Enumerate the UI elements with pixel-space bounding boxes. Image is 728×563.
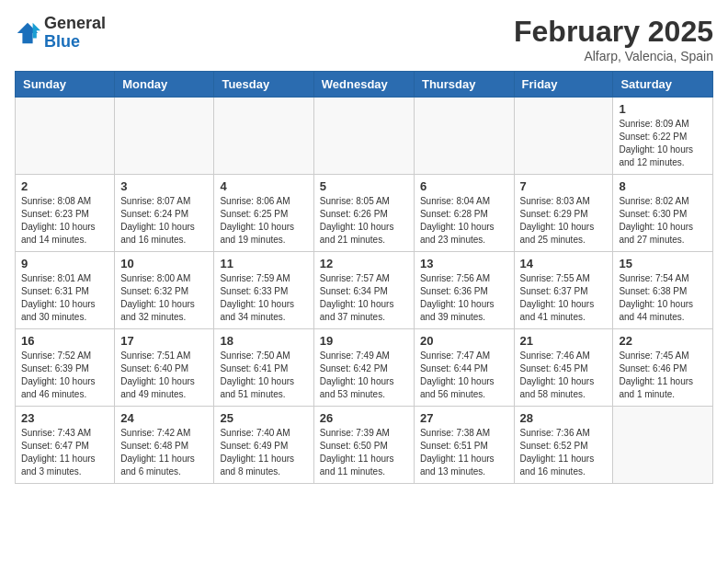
- day-info: Sunrise: 8:01 AM Sunset: 6:31 PM Dayligh…: [21, 272, 108, 324]
- day-info: Sunrise: 8:09 AM Sunset: 6:22 PM Dayligh…: [619, 118, 707, 169]
- day-info: Sunrise: 8:00 AM Sunset: 6:32 PM Dayligh…: [120, 272, 208, 324]
- day-info: Sunrise: 7:43 AM Sunset: 6:47 PM Dayligh…: [21, 427, 108, 478]
- calendar-week-row: 2Sunrise: 8:08 AM Sunset: 6:23 PM Daylig…: [16, 175, 713, 252]
- calendar-week-row: 9Sunrise: 8:01 AM Sunset: 6:31 PM Daylig…: [16, 252, 713, 329]
- weekday-header: Tuesday: [214, 72, 313, 98]
- day-number: 14: [520, 257, 608, 270]
- weekday-header: Friday: [514, 72, 613, 98]
- day-info: Sunrise: 7:40 AM Sunset: 6:49 PM Dayligh…: [220, 427, 307, 478]
- day-number: 18: [220, 334, 307, 348]
- calendar-cell: [613, 407, 713, 484]
- day-info: Sunrise: 7:42 AM Sunset: 6:48 PM Dayligh…: [120, 427, 208, 478]
- calendar-cell: 25Sunrise: 7:40 AM Sunset: 6:49 PM Dayli…: [214, 407, 313, 484]
- weekday-header: Sunday: [16, 72, 115, 98]
- day-number: 6: [420, 179, 508, 193]
- calendar-cell: 18Sunrise: 7:50 AM Sunset: 6:41 PM Dayli…: [214, 329, 313, 407]
- day-number: 22: [619, 334, 707, 348]
- calendar-cell: [414, 98, 514, 175]
- calendar-week-row: 16Sunrise: 7:52 AM Sunset: 6:39 PM Dayli…: [16, 329, 713, 407]
- day-number: 20: [420, 334, 508, 348]
- day-info: Sunrise: 7:47 AM Sunset: 6:44 PM Dayligh…: [420, 350, 508, 401]
- day-info: Sunrise: 8:08 AM Sunset: 6:23 PM Dayligh…: [21, 195, 108, 247]
- day-info: Sunrise: 7:50 AM Sunset: 6:41 PM Dayligh…: [220, 350, 307, 401]
- logo: General Blue: [15, 15, 106, 52]
- svg-marker-1: [33, 23, 40, 39]
- calendar-cell: 11Sunrise: 7:59 AM Sunset: 6:33 PM Dayli…: [214, 252, 313, 329]
- title-block: February 2025 Alfarp, Valencia, Spain: [514, 15, 713, 63]
- day-info: Sunrise: 8:06 AM Sunset: 6:25 PM Dayligh…: [220, 195, 307, 247]
- day-number: 24: [120, 411, 208, 425]
- calendar-cell: 5Sunrise: 8:05 AM Sunset: 6:26 PM Daylig…: [313, 175, 414, 252]
- calendar-cell: 22Sunrise: 7:45 AM Sunset: 6:46 PM Dayli…: [613, 329, 713, 407]
- calendar-cell: 17Sunrise: 7:51 AM Sunset: 6:40 PM Dayli…: [115, 329, 214, 407]
- month-title: February 2025: [514, 15, 713, 49]
- day-info: Sunrise: 7:38 AM Sunset: 6:51 PM Dayligh…: [420, 427, 508, 478]
- calendar-cell: 4Sunrise: 8:06 AM Sunset: 6:25 PM Daylig…: [214, 175, 313, 252]
- calendar-week-row: 1Sunrise: 8:09 AM Sunset: 6:22 PM Daylig…: [16, 98, 713, 175]
- day-info: Sunrise: 8:02 AM Sunset: 6:30 PM Dayligh…: [619, 195, 707, 247]
- day-number: 4: [220, 179, 307, 193]
- day-info: Sunrise: 7:54 AM Sunset: 6:38 PM Dayligh…: [619, 272, 707, 324]
- day-number: 1: [619, 102, 707, 116]
- day-number: 10: [120, 257, 208, 270]
- calendar-cell: 12Sunrise: 7:57 AM Sunset: 6:34 PM Dayli…: [313, 252, 414, 329]
- day-info: Sunrise: 7:49 AM Sunset: 6:42 PM Dayligh…: [320, 350, 408, 401]
- calendar-cell: 15Sunrise: 7:54 AM Sunset: 6:38 PM Dayli…: [613, 252, 713, 329]
- calendar-cell: 13Sunrise: 7:56 AM Sunset: 6:36 PM Dayli…: [414, 252, 514, 329]
- day-info: Sunrise: 7:46 AM Sunset: 6:45 PM Dayligh…: [520, 350, 608, 401]
- day-info: Sunrise: 7:57 AM Sunset: 6:34 PM Dayligh…: [320, 272, 408, 324]
- weekday-header: Thursday: [414, 72, 514, 98]
- calendar-cell: 23Sunrise: 7:43 AM Sunset: 6:47 PM Dayli…: [16, 407, 115, 484]
- day-info: Sunrise: 7:39 AM Sunset: 6:50 PM Dayligh…: [320, 427, 408, 478]
- day-number: 28: [520, 411, 608, 425]
- day-number: 2: [21, 179, 108, 193]
- day-number: 3: [120, 179, 208, 193]
- day-info: Sunrise: 8:04 AM Sunset: 6:28 PM Dayligh…: [420, 195, 508, 247]
- day-number: 23: [21, 411, 108, 425]
- day-info: Sunrise: 8:07 AM Sunset: 6:24 PM Dayligh…: [120, 195, 208, 247]
- calendar-cell: 2Sunrise: 8:08 AM Sunset: 6:23 PM Daylig…: [16, 175, 115, 252]
- day-number: 19: [320, 334, 408, 348]
- calendar-cell: 21Sunrise: 7:46 AM Sunset: 6:45 PM Dayli…: [514, 329, 613, 407]
- calendar-cell: 19Sunrise: 7:49 AM Sunset: 6:42 PM Dayli…: [313, 329, 414, 407]
- day-number: 27: [420, 411, 508, 425]
- calendar-cell: 9Sunrise: 8:01 AM Sunset: 6:31 PM Daylig…: [16, 252, 115, 329]
- location: Alfarp, Valencia, Spain: [514, 49, 713, 63]
- day-number: 7: [520, 179, 608, 193]
- calendar-cell: 6Sunrise: 8:04 AM Sunset: 6:28 PM Daylig…: [414, 175, 514, 252]
- weekday-header: Monday: [115, 72, 214, 98]
- day-info: Sunrise: 8:05 AM Sunset: 6:26 PM Dayligh…: [320, 195, 408, 247]
- calendar-week-row: 23Sunrise: 7:43 AM Sunset: 6:47 PM Dayli…: [16, 407, 713, 484]
- day-number: 26: [320, 411, 408, 425]
- calendar-cell: 10Sunrise: 8:00 AM Sunset: 6:32 PM Dayli…: [115, 252, 214, 329]
- day-info: Sunrise: 7:56 AM Sunset: 6:36 PM Dayligh…: [420, 272, 508, 324]
- day-info: Sunrise: 7:51 AM Sunset: 6:40 PM Dayligh…: [120, 350, 208, 401]
- calendar-cell: 1Sunrise: 8:09 AM Sunset: 6:22 PM Daylig…: [613, 98, 713, 175]
- calendar-cell: [313, 98, 414, 175]
- calendar-cell: 24Sunrise: 7:42 AM Sunset: 6:48 PM Dayli…: [115, 407, 214, 484]
- day-info: Sunrise: 7:36 AM Sunset: 6:52 PM Dayligh…: [520, 427, 608, 478]
- day-number: 8: [619, 179, 707, 193]
- calendar-cell: 7Sunrise: 8:03 AM Sunset: 6:29 PM Daylig…: [514, 175, 613, 252]
- calendar-cell: 26Sunrise: 7:39 AM Sunset: 6:50 PM Dayli…: [313, 407, 414, 484]
- calendar-cell: [16, 98, 115, 175]
- day-number: 15: [619, 257, 707, 270]
- calendar-cell: [214, 98, 313, 175]
- calendar-cell: 27Sunrise: 7:38 AM Sunset: 6:51 PM Dayli…: [414, 407, 514, 484]
- day-info: Sunrise: 7:59 AM Sunset: 6:33 PM Dayligh…: [220, 272, 307, 324]
- day-info: Sunrise: 7:55 AM Sunset: 6:37 PM Dayligh…: [520, 272, 608, 324]
- calendar-cell: 28Sunrise: 7:36 AM Sunset: 6:52 PM Dayli…: [514, 407, 613, 484]
- day-number: 12: [320, 257, 408, 270]
- page-header: General Blue February 2025 Alfarp, Valen…: [15, 15, 713, 63]
- calendar-header-row: SundayMondayTuesdayWednesdayThursdayFrid…: [16, 72, 713, 98]
- day-number: 5: [320, 179, 408, 193]
- calendar-cell: 20Sunrise: 7:47 AM Sunset: 6:44 PM Dayli…: [414, 329, 514, 407]
- calendar-cell: 14Sunrise: 7:55 AM Sunset: 6:37 PM Dayli…: [514, 252, 613, 329]
- day-number: 25: [220, 411, 307, 425]
- day-number: 13: [420, 257, 508, 270]
- logo-icon: [15, 20, 40, 46]
- calendar-cell: [115, 98, 214, 175]
- calendar-cell: 16Sunrise: 7:52 AM Sunset: 6:39 PM Dayli…: [16, 329, 115, 407]
- calendar-cell: 8Sunrise: 8:02 AM Sunset: 6:30 PM Daylig…: [613, 175, 713, 252]
- calendar-table: SundayMondayTuesdayWednesdayThursdayFrid…: [15, 71, 713, 484]
